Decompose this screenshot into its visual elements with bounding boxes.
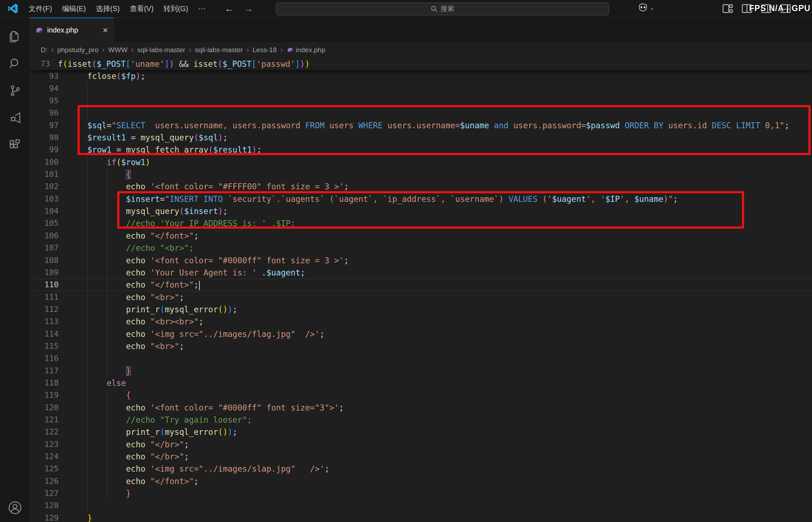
code-line[interactable]: 104 mysql_query($insert); bbox=[30, 205, 812, 217]
breadcrumb-item[interactable]: D: bbox=[41, 46, 48, 54]
indent-guide bbox=[107, 315, 107, 328]
account-icon[interactable] bbox=[7, 500, 23, 516]
code-line[interactable]: 119 { bbox=[30, 389, 812, 401]
search-command-center[interactable]: 搜索 bbox=[276, 3, 609, 15]
code-line[interactable]: 115 echo "<br>"; bbox=[30, 340, 812, 352]
explorer-icon[interactable] bbox=[7, 29, 23, 44]
code-line[interactable]: 93 fclose($fp); bbox=[30, 70, 812, 82]
breadcrumb-separator: › bbox=[244, 45, 251, 55]
code-line[interactable]: 96 bbox=[30, 107, 812, 119]
menu-item-4[interactable]: 转到(G) bbox=[159, 2, 193, 15]
code-line[interactable]: 99 $row1 = mysql_fetch_array($result1); bbox=[30, 144, 812, 156]
tab-index-php[interactable]: index.php ✕ bbox=[30, 17, 114, 42]
sticky-scroll-line[interactable]: 73f(isset($_POST['uname']) && isset($_PO… bbox=[30, 58, 812, 70]
tab-close-icon[interactable]: ✕ bbox=[102, 26, 108, 35]
code-line[interactable]: 124 echo "</br>"; bbox=[30, 451, 812, 463]
indent-guide bbox=[107, 254, 107, 267]
indent-guide bbox=[87, 463, 88, 475]
customize-layout-icon[interactable] bbox=[722, 3, 733, 14]
breadcrumb-item[interactable]: phpstudy_pro bbox=[57, 46, 98, 54]
indent-guide bbox=[87, 377, 88, 389]
source-control-icon[interactable] bbox=[7, 83, 23, 99]
code-line[interactable]: 128 bbox=[30, 499, 812, 512]
code-line[interactable]: 114 echo '<img src="../images/flag.jpg" … bbox=[30, 328, 812, 340]
code-line[interactable]: 125 echo '<img src="../images/slap.jpg" … bbox=[30, 463, 812, 475]
menu-item-1[interactable]: 编辑(E) bbox=[57, 2, 91, 15]
code-line[interactable]: 116 bbox=[30, 352, 812, 364]
indent-guide bbox=[107, 352, 107, 364]
code-text: $row1 = mysql_fetch_array($result1); bbox=[68, 144, 262, 156]
indent-guide bbox=[87, 438, 88, 451]
code-line[interactable]: 98 $result1 = mysql_query($sql); bbox=[30, 131, 812, 144]
code-line[interactable]: 113 echo "<br><br>"; bbox=[30, 315, 812, 328]
line-number: 112 bbox=[30, 303, 59, 315]
code-line[interactable]: 107 //echo "<br>"; bbox=[30, 242, 812, 254]
indent-guide bbox=[87, 279, 88, 291]
line-number: 98 bbox=[30, 131, 59, 144]
code-line[interactable]: 106 echo "</font>"; bbox=[30, 230, 812, 242]
breadcrumb-item[interactable]: WWW bbox=[108, 46, 128, 54]
code-line[interactable]: 129 } bbox=[30, 512, 812, 522]
indent-guide bbox=[87, 402, 88, 414]
code-line[interactable]: 120 echo '<font color= "#0000ff" font si… bbox=[30, 402, 812, 414]
indent-guide bbox=[107, 463, 107, 475]
line-number: 118 bbox=[30, 377, 59, 389]
menu-item-5[interactable]: ⋯ bbox=[193, 3, 210, 15]
code-line[interactable]: 105 //echo 'Your IP ADDRESS is: ' .$IP; bbox=[30, 217, 812, 229]
breadcrumb-item[interactable]: Less-18 bbox=[253, 46, 277, 54]
code-line[interactable]: 108 echo '<font color= "#0000ff" font si… bbox=[30, 254, 812, 267]
line-number: 124 bbox=[30, 451, 59, 463]
breadcrumb-label: sqli-labs-master bbox=[137, 46, 185, 54]
run-debug-icon[interactable] bbox=[7, 110, 23, 126]
chevron-down-icon[interactable]: ⌄ bbox=[650, 4, 654, 11]
indent-guide bbox=[107, 180, 107, 193]
menu-item-2[interactable]: 选择(S) bbox=[91, 2, 125, 15]
nav-back-icon[interactable]: ← bbox=[219, 3, 239, 14]
indent-guide bbox=[107, 193, 107, 205]
line-number: 106 bbox=[30, 230, 59, 242]
copilot-icon[interactable] bbox=[638, 3, 648, 12]
search-placeholder: 搜索 bbox=[441, 4, 454, 14]
menu-item-3[interactable]: 查看(V) bbox=[125, 2, 159, 15]
indent-guide bbox=[87, 180, 88, 193]
indent-guide bbox=[87, 242, 88, 254]
code-line[interactable]: 118 else bbox=[30, 377, 812, 389]
code-line[interactable]: 109 echo 'Your User Agent is: ' .$uagent… bbox=[30, 267, 812, 279]
breadcrumb-item[interactable]: index.php bbox=[287, 46, 325, 54]
code-line[interactable]: 102 echo '<font color= "#FFFF00" font si… bbox=[30, 180, 812, 193]
code-line[interactable]: 122 print_r(mysql_error()); bbox=[30, 426, 812, 438]
extensions-icon[interactable] bbox=[7, 137, 23, 153]
code-viewport[interactable]: 93 fclose($fp);94959697 $sql="SELECT use… bbox=[30, 70, 812, 522]
code-line[interactable]: 100 if($row1) bbox=[30, 156, 812, 168]
indent-guide bbox=[87, 230, 88, 242]
code-line[interactable]: 110 echo "</font>"; bbox=[30, 279, 812, 291]
code-line[interactable]: 112 print_r(mysql_error()); bbox=[30, 303, 812, 315]
code-line[interactable]: 123 echo "</br>"; bbox=[30, 438, 812, 451]
code-editor[interactable]: 73f(isset($_POST['uname']) && isset($_PO… bbox=[30, 58, 812, 522]
menu-item-0[interactable]: 文件(F) bbox=[24, 2, 57, 15]
code-line[interactable]: 126 echo "</font>"; bbox=[30, 475, 812, 487]
indent-guide bbox=[87, 95, 88, 107]
line-number: 113 bbox=[30, 315, 59, 328]
code-line[interactable]: 127 } bbox=[30, 487, 812, 499]
search-view-icon[interactable] bbox=[7, 56, 23, 71]
line-number: 73 bbox=[30, 58, 50, 70]
code-line[interactable]: 117 } bbox=[30, 365, 812, 377]
code-line[interactable]: 95 bbox=[30, 95, 812, 107]
code-line[interactable]: 97 $sql="SELECT users.username, users.pa… bbox=[30, 119, 812, 131]
indent-guide bbox=[107, 475, 107, 487]
line-number: 95 bbox=[30, 95, 59, 107]
code-text: mysql_query($insert); bbox=[68, 205, 228, 217]
breadcrumb-item[interactable]: sqli-labs-master bbox=[195, 46, 243, 54]
code-line[interactable]: 121 //echo "Try again looser"; bbox=[30, 414, 812, 426]
code-line[interactable]: 103 $insert="INSERT INTO `security`.`uag… bbox=[30, 193, 812, 205]
code-line[interactable]: 111 echo "<br>"; bbox=[30, 291, 812, 303]
breadcrumb-item[interactable]: sqli-labs-master bbox=[137, 46, 185, 54]
indent-guide bbox=[107, 267, 107, 279]
code-text: $insert="INSERT INTO `security`.`uagents… bbox=[68, 193, 678, 205]
nav-forward-icon[interactable]: → bbox=[239, 3, 258, 14]
code-text: f(isset($_POST['uname']) && isset($_POST… bbox=[58, 58, 310, 70]
indent-guide bbox=[107, 365, 107, 377]
code-line[interactable]: 101 { bbox=[30, 168, 812, 180]
code-line[interactable]: 94 bbox=[30, 83, 812, 95]
